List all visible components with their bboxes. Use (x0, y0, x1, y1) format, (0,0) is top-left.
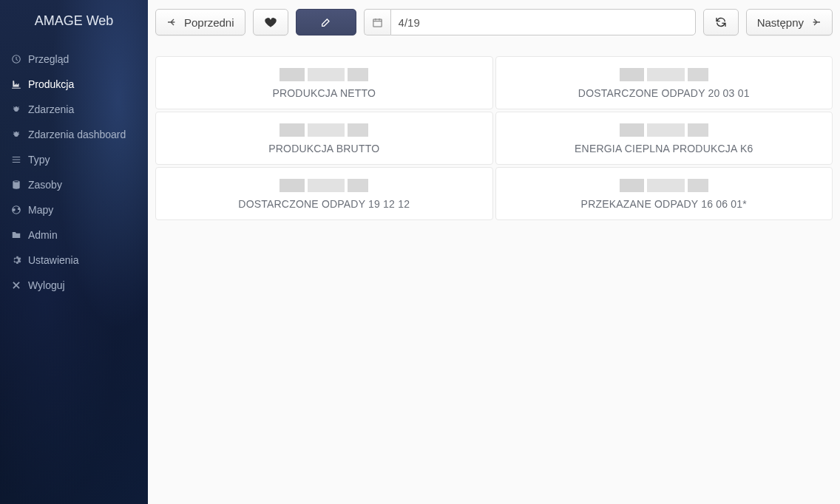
sidebar-item-mapy[interactable]: Mapy (0, 197, 148, 222)
gear-icon (10, 254, 22, 266)
folder-icon (10, 229, 22, 241)
card-value-blurred (620, 68, 708, 81)
edit-button[interactable] (296, 9, 356, 35)
arrow-left-icon (166, 16, 178, 28)
list-icon (10, 154, 22, 166)
sidebar-item-label: Produkcja (28, 78, 74, 90)
edit-icon (320, 16, 332, 28)
card-produkcja-brutto[interactable]: PRODUKCJA BRUTTO (155, 112, 493, 165)
card-label: DOSTARCZONE ODPADY 19 12 12 (238, 198, 410, 210)
card-dostarczone-20-03-01[interactable]: DOSTARCZONE ODPADY 20 03 01 (495, 56, 833, 109)
card-label: ENERGIA CIEPLNA PRODUKCJA K6 (575, 143, 753, 154)
sidebar-item-admin[interactable]: Admin (0, 222, 148, 248)
sidebar-item-label: Zasoby (28, 179, 62, 191)
card-value-blurred (280, 179, 368, 192)
bug-icon (10, 103, 22, 115)
sidebar-item-zdarzenia-dashboard[interactable]: Zdarzenia dashboard (0, 122, 148, 147)
card-label: PRODUKCJA NETTO (272, 87, 376, 99)
industry-icon (10, 78, 22, 90)
date-group (364, 9, 696, 35)
sidebar-item-wyloguj[interactable]: Wyloguj (0, 273, 148, 298)
sidebar-item-label: Ustawienia (28, 254, 78, 266)
toolbar: Poprzedni Następny (155, 9, 833, 35)
sidebar: AMAGE Web Przegląd Produkcja Zdarzenia Z… (0, 0, 148, 504)
sidebar-item-zasoby[interactable]: Zasoby (0, 172, 148, 197)
card-label: PRZEKAZANE ODPADY 16 06 01* (581, 198, 747, 210)
favorite-button[interactable] (253, 9, 288, 35)
heart-icon (264, 16, 277, 29)
previous-button-label: Poprzedni (184, 16, 234, 29)
dashboard-icon (10, 53, 22, 65)
sidebar-item-przeglad[interactable]: Przegląd (0, 47, 148, 72)
card-energia-cieplna-k6[interactable]: ENERGIA CIEPLNA PRODUKCJA K6 (495, 112, 833, 165)
card-produkcja-netto[interactable]: PRODUKCJA NETTO (155, 56, 493, 109)
card-value-blurred (280, 123, 368, 137)
calendar-icon (372, 17, 383, 28)
sidebar-item-produkcja[interactable]: Produkcja (0, 72, 148, 97)
svg-rect-0 (373, 19, 381, 27)
refresh-button[interactable] (703, 9, 739, 35)
sidebar-item-label: Zdarzenia dashboard (28, 129, 126, 140)
app-title: AMAGE Web (0, 0, 148, 47)
previous-button[interactable]: Poprzedni (155, 9, 245, 35)
sidebar-item-ustawienia[interactable]: Ustawienia (0, 248, 148, 273)
sidebar-item-label: Zdarzenia (28, 103, 74, 115)
sidebar-item-zdarzenia[interactable]: Zdarzenia (0, 97, 148, 122)
card-value-blurred (620, 179, 708, 192)
sidebar-item-label: Wyloguj (28, 279, 65, 291)
globe-icon (10, 204, 22, 216)
sidebar-item-label: Admin (28, 229, 58, 241)
card-label: PRODUKCJA BRUTTO (268, 143, 379, 154)
close-icon (10, 279, 22, 291)
card-dostarczone-19-12-12[interactable]: DOSTARCZONE ODPADY 19 12 12 (155, 167, 493, 220)
sidebar-item-label: Przegląd (28, 53, 69, 65)
main-content: Poprzedni Następny (148, 0, 840, 504)
date-input[interactable] (390, 9, 696, 35)
bug-icon (10, 129, 22, 140)
sidebar-item-label: Mapy (28, 204, 53, 216)
next-button[interactable]: Następny (746, 9, 833, 35)
card-value-blurred (280, 68, 368, 81)
card-przekazane-16-06-01[interactable]: PRZEKAZANE ODPADY 16 06 01* (495, 167, 833, 220)
refresh-icon (715, 16, 727, 28)
sidebar-item-label: Typy (28, 154, 50, 166)
card-label: DOSTARCZONE ODPADY 20 03 01 (578, 87, 750, 99)
calendar-button[interactable] (364, 9, 390, 35)
sidebar-item-typy[interactable]: Typy (0, 147, 148, 172)
database-icon (10, 179, 22, 191)
next-button-label: Następny (757, 16, 804, 29)
cards-grid: PRODUKCJA NETTO DOSTARCZONE ODPADY 20 03… (155, 56, 833, 220)
card-value-blurred (620, 123, 708, 137)
arrow-right-icon (810, 16, 822, 28)
